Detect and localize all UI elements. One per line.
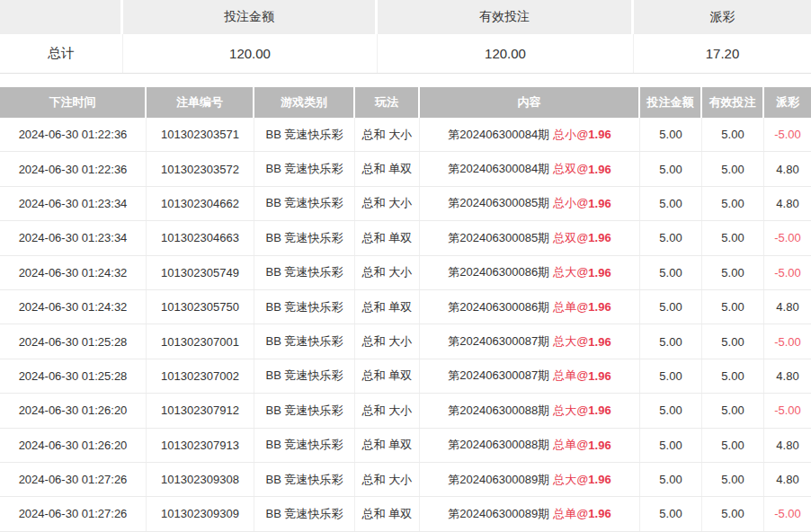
order-id: 101302304663 bbox=[147, 221, 254, 254]
pick-label: 总大@ bbox=[553, 264, 588, 280]
order-id: 101302307912 bbox=[147, 394, 254, 427]
period-number: 第202406300088期 bbox=[448, 403, 549, 419]
pick-label: 总大@ bbox=[553, 333, 588, 350]
payout-value: -5.00 bbox=[774, 128, 801, 141]
order-id: 101302309309 bbox=[147, 497, 254, 530]
period-number: 第202406300087期 bbox=[448, 333, 549, 350]
period-number: 第202406300086期 bbox=[448, 264, 549, 280]
order-id: 101302307002 bbox=[147, 359, 254, 393]
bet-content: 第202406300088期 总单@ 1.96 bbox=[420, 429, 640, 462]
summary-header-row: 投注金额 有效投注 派彩 bbox=[0, 0, 811, 34]
game-category: BB 竞速快乐彩 bbox=[254, 187, 355, 220]
period-number: 第202406300085期 bbox=[448, 195, 549, 211]
bet-content: 第202406300086期 总大@ 1.96 bbox=[420, 256, 640, 289]
payout-value: 4.80 bbox=[776, 197, 798, 210]
order-id: 101302304662 bbox=[147, 187, 254, 220]
game-category: BB 竞速快乐彩 bbox=[254, 152, 355, 185]
valid-bet: 5.00 bbox=[702, 152, 764, 185]
table-row: 2024-06-30 01:27:26 101302309308 BB 竞速快乐… bbox=[0, 463, 811, 497]
column-header-game-category: 游戏类别 bbox=[254, 87, 355, 118]
table-row: 2024-06-30 01:27:26 101302309309 BB 竞速快乐… bbox=[0, 497, 811, 531]
bet-content: 第202406300084期 总小@ 1.96 bbox=[420, 118, 640, 151]
play-type: 总和 大小 bbox=[355, 463, 420, 496]
bet-amount: 5.00 bbox=[640, 359, 702, 393]
odds-value: 1.96 bbox=[588, 231, 610, 244]
bet-content: 第202406300089期 总大@ 1.96 bbox=[420, 463, 640, 496]
table-row: 2024-06-30 01:25:28 101302307002 BB 竞速快乐… bbox=[0, 359, 811, 394]
summary-header-payout: 派彩 bbox=[634, 0, 811, 34]
bet-time: 2024-06-30 01:24:32 bbox=[0, 256, 147, 289]
bet-content: 第202406300084期 总双@ 1.96 bbox=[420, 152, 640, 185]
table-row: 2024-06-30 01:25:28 101302307001 BB 竞速快乐… bbox=[0, 324, 811, 359]
valid-bet: 5.00 bbox=[702, 359, 764, 393]
bet-content: 第202406300085期 总小@ 1.96 bbox=[420, 187, 640, 220]
bet-time: 2024-06-30 01:23:34 bbox=[0, 221, 147, 254]
valid-bet: 5.00 bbox=[702, 290, 764, 324]
column-header-bet-amount: 投注金额 bbox=[640, 87, 702, 118]
summary-total-valid-bet: 120.00 bbox=[378, 34, 634, 73]
odds-value: 1.96 bbox=[588, 163, 610, 176]
play-type: 总和 单双 bbox=[355, 497, 420, 530]
summary-total-payout: 17.20 bbox=[634, 34, 811, 73]
pick-label: 总单@ bbox=[553, 368, 588, 384]
summary-header-empty bbox=[0, 0, 123, 34]
summary-table: 投注金额 有效投注 派彩 总计 120.00 120.00 17.20 bbox=[0, 0, 811, 74]
pick-label: 总单@ bbox=[553, 506, 588, 522]
order-id: 101302307001 bbox=[147, 324, 254, 358]
payout-value: 4.80 bbox=[776, 163, 798, 176]
pick-label: 总单@ bbox=[553, 437, 588, 453]
payout-value: 4.80 bbox=[776, 300, 798, 314]
game-category: BB 竞速快乐彩 bbox=[254, 429, 355, 462]
pick-label: 总大@ bbox=[553, 403, 588, 419]
pick-label: 总双@ bbox=[553, 230, 588, 246]
valid-bet: 5.00 bbox=[702, 221, 764, 254]
bet-amount: 5.00 bbox=[640, 497, 702, 530]
play-type: 总和 大小 bbox=[355, 324, 420, 358]
column-header-play-type: 玩法 bbox=[355, 87, 420, 118]
game-category: BB 竞速快乐彩 bbox=[254, 256, 355, 289]
odds-value: 1.96 bbox=[588, 128, 610, 141]
game-category: BB 竞速快乐彩 bbox=[254, 497, 355, 530]
valid-bet: 5.00 bbox=[702, 429, 764, 462]
valid-bet: 5.00 bbox=[702, 394, 764, 427]
bet-amount: 5.00 bbox=[640, 221, 702, 254]
pick-label: 总小@ bbox=[553, 127, 588, 143]
odds-value: 1.96 bbox=[588, 335, 610, 349]
bet-amount: 5.00 bbox=[640, 290, 702, 324]
odds-value: 1.96 bbox=[588, 473, 610, 486]
bet-content: 第202406300086期 总单@ 1.96 bbox=[420, 290, 640, 324]
period-number: 第202406300088期 bbox=[448, 437, 549, 453]
bet-amount: 5.00 bbox=[640, 256, 702, 289]
table-row: 2024-06-30 01:22:36 101302303572 BB 竞速快乐… bbox=[0, 152, 811, 186]
table-row: 2024-06-30 01:23:34 101302304662 BB 竞速快乐… bbox=[0, 187, 811, 221]
pick-label: 总双@ bbox=[553, 161, 588, 177]
period-number: 第202406300084期 bbox=[448, 127, 549, 143]
play-type: 总和 单双 bbox=[355, 359, 420, 393]
bet-time: 2024-06-30 01:26:20 bbox=[0, 429, 147, 462]
order-id: 101302305750 bbox=[147, 290, 254, 324]
odds-value: 1.96 bbox=[588, 403, 610, 417]
pick-label: 总小@ bbox=[553, 195, 588, 211]
table-row: 2024-06-30 01:26:20 101302307913 BB 竞速快乐… bbox=[0, 429, 811, 463]
game-category: BB 竞速快乐彩 bbox=[254, 394, 355, 427]
play-type: 总和 单双 bbox=[355, 429, 420, 462]
table-row: 2024-06-30 01:24:32 101302305750 BB 竞速快乐… bbox=[0, 290, 811, 324]
payout-value: 4.80 bbox=[776, 369, 798, 383]
order-id: 101302303572 bbox=[147, 152, 254, 185]
column-header-payout: 派彩 bbox=[764, 87, 811, 118]
table-body: 2024-06-30 01:22:36 101302303571 BB 竞速快乐… bbox=[0, 118, 811, 532]
bet-records-table: 下注时间 注单编号 游戏类别 玩法 内容 投注金额 有效投注 派彩 2024-0… bbox=[0, 87, 811, 532]
odds-value: 1.96 bbox=[588, 507, 610, 520]
column-header-valid-bet: 有效投注 bbox=[702, 87, 764, 118]
table-row: 2024-06-30 01:26:20 101302307912 BB 竞速快乐… bbox=[0, 394, 811, 428]
bet-amount: 5.00 bbox=[640, 394, 702, 427]
order-id: 101302303571 bbox=[147, 118, 254, 151]
game-category: BB 竞速快乐彩 bbox=[254, 463, 355, 496]
play-type: 总和 大小 bbox=[355, 187, 420, 220]
valid-bet: 5.00 bbox=[702, 118, 764, 151]
bet-amount: 5.00 bbox=[640, 187, 702, 220]
payout-value: -5.00 bbox=[774, 266, 801, 279]
bet-time: 2024-06-30 01:25:28 bbox=[0, 359, 147, 393]
column-header-content: 内容 bbox=[420, 87, 640, 118]
table-header-row: 下注时间 注单编号 游戏类别 玩法 内容 投注金额 有效投注 派彩 bbox=[0, 87, 811, 118]
